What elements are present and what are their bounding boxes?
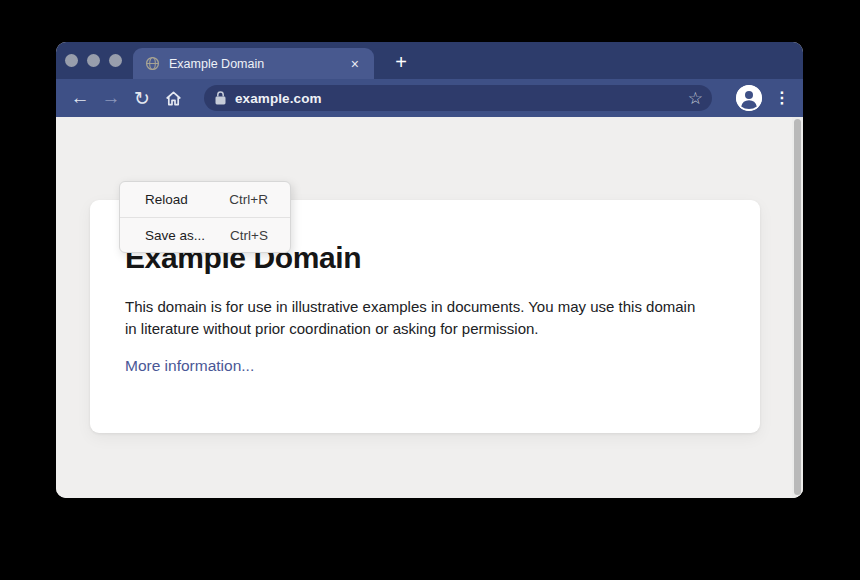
kebab-menu-icon: ⋮ (774, 89, 790, 106)
browser-menu-button[interactable]: ⋮ (774, 90, 790, 106)
back-button[interactable]: ← (69, 86, 91, 110)
maximize-window-icon[interactable] (109, 54, 122, 67)
new-tab-button[interactable]: + (388, 50, 414, 76)
toolbar: ← → ↻ example.com ☆ (56, 79, 803, 117)
tab-title: Example Domain (169, 57, 348, 71)
traffic-lights (65, 54, 122, 67)
lock-icon (215, 91, 226, 105)
forward-button[interactable]: → (100, 86, 122, 110)
scrollbar-track (792, 117, 803, 498)
menu-item-save-as[interactable]: Save as... Ctrl+S (120, 217, 290, 252)
forward-arrow-icon: → (102, 87, 121, 109)
close-window-icon[interactable] (65, 54, 78, 67)
scrollbar-thumb[interactable] (794, 119, 801, 495)
menu-item-shortcut: Ctrl+R (229, 192, 268, 207)
avatar-person-icon (736, 85, 762, 111)
minimize-window-icon[interactable] (87, 54, 100, 67)
url-text: example.com (235, 91, 688, 106)
menu-item-label: Save as... (145, 228, 205, 243)
tab-example-domain[interactable]: Example Domain × (133, 48, 374, 79)
profile-avatar-button[interactable] (736, 85, 762, 111)
menu-item-reload[interactable]: Reload Ctrl+R (120, 182, 290, 217)
back-arrow-icon: ← (71, 87, 90, 109)
reload-button[interactable]: ↻ (131, 86, 153, 110)
page-viewport: Example Domain This domain is for use in… (56, 117, 803, 498)
bookmark-star-icon[interactable]: ☆ (688, 90, 703, 107)
menu-item-label: Reload (145, 192, 188, 207)
menu-item-shortcut: Ctrl+S (230, 228, 268, 243)
reload-icon: ↻ (134, 87, 150, 110)
context-menu: Reload Ctrl+R Save as... Ctrl+S (119, 181, 291, 253)
more-information-link[interactable]: More information... (125, 357, 254, 375)
address-bar[interactable]: example.com ☆ (204, 85, 712, 111)
page-paragraph: This domain is for use in illustrative e… (125, 296, 710, 340)
plus-icon: + (395, 51, 407, 73)
home-button[interactable] (162, 86, 184, 110)
tab-close-icon[interactable]: × (348, 55, 362, 73)
home-icon (164, 89, 183, 108)
titlebar: Example Domain × + (56, 42, 803, 79)
globe-favicon-icon (145, 56, 160, 71)
browser-window: Example Domain × + ← → ↻ example.com (56, 42, 803, 498)
